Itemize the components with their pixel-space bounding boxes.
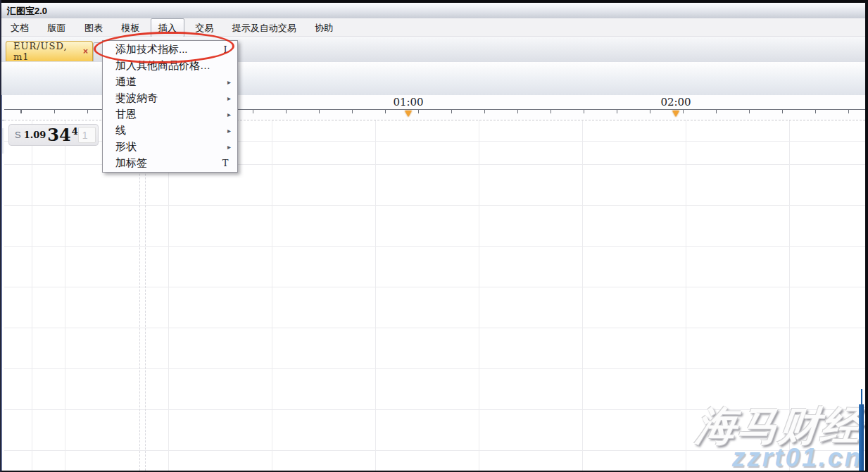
menu-item-help[interactable]: 协助: [307, 18, 341, 37]
time-label: 02:00: [660, 96, 691, 108]
watermark: 海马财经 zzrt01.cn: [696, 406, 862, 471]
menu-item-template[interactable]: 模板: [113, 18, 147, 37]
time-label: 01:00: [393, 96, 423, 108]
time-marker-icon: [672, 111, 679, 117]
submenu-arrow-icon: ▸: [220, 94, 231, 102]
menu-item-add-symbol-price[interactable]: 加入其他商品价格…: [103, 58, 237, 74]
watermark-site: zzrt01.cn: [696, 445, 862, 471]
menu-item-add-label[interactable]: 加标签 T: [103, 155, 237, 171]
quote-pip-fraction: 4: [72, 126, 78, 137]
menu-item-document[interactable]: 文档: [3, 18, 37, 37]
quote-big-figure: 1.09: [24, 130, 46, 140]
watermark-brand: 海马财经: [694, 406, 864, 445]
menu-item-fibonacci[interactable]: 斐波納奇 ▸: [103, 90, 237, 106]
menu-item-insert[interactable]: 插入: [151, 18, 184, 37]
window-frame-left-highlight: [1, 95, 2, 471]
candle-body: [859, 404, 864, 471]
window-frame-top: [0, 0, 868, 3]
menu-item-layout[interactable]: 版面: [39, 18, 73, 37]
quote-side-label: S: [15, 130, 21, 140]
window-title: 汇图宝2.0: [7, 5, 47, 18]
tab-label: EUR/USD, m1: [13, 41, 82, 62]
menu-item-add-indicator[interactable]: 添加技术指标... I: [103, 42, 237, 58]
menu-bar: 文档 版面 图表 模板 插入 交易 提示及自动交易 协助: [0, 18, 868, 37]
menu-item-chart[interactable]: 图表: [77, 18, 111, 37]
submenu-arrow-icon: ▸: [220, 78, 231, 86]
quote-box: S 1.09 34 4 1: [8, 124, 99, 146]
app-window: 汇图宝2.0 文档 版面 图表 模板 插入 交易 提示及自动交易 协助 EUR/…: [0, 0, 868, 472]
session-separator-line: [139, 121, 140, 471]
close-icon[interactable]: ×: [83, 46, 88, 56]
quote-pips: 34: [47, 127, 70, 144]
time-marker-icon: [405, 111, 412, 117]
window-frame-left: [0, 0, 1, 472]
menu-item-channel[interactable]: 通道 ▸: [103, 74, 237, 90]
submenu-arrow-icon: ▸: [220, 143, 231, 151]
insert-menu-popup: 添加技术指标... I 加入其他商品价格… 通道 ▸ 斐波納奇 ▸ 甘恩 ▸ 线…: [102, 40, 238, 173]
window-frame-right: [865, 0, 868, 472]
menu-item-line[interactable]: 线 ▸: [103, 123, 237, 139]
submenu-arrow-icon: ▸: [220, 111, 231, 118]
menu-item-gann[interactable]: 甘恩 ▸: [103, 106, 237, 123]
lot-size-field[interactable]: 1: [78, 127, 96, 143]
tab-eurusd-m1[interactable]: EUR/USD, m1 ×: [6, 41, 93, 61]
title-bar[interactable]: 汇图宝2.0: [0, 3, 868, 19]
candle-wick: [861, 389, 862, 406]
menu-item-trade[interactable]: 交易: [187, 18, 221, 37]
session-separator-line: [145, 121, 146, 471]
menu-item-alerts-autotrade[interactable]: 提示及自动交易: [225, 18, 304, 37]
submenu-arrow-icon: ▸: [220, 127, 231, 135]
menu-item-shape[interactable]: 形状 ▸: [103, 139, 237, 155]
